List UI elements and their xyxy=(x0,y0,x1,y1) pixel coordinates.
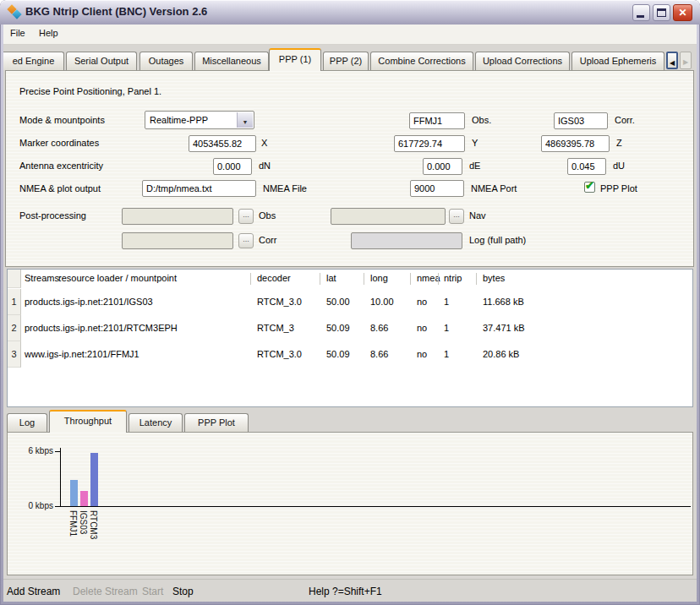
table-row-source[interactable]: products.igs-ip.net:2101/RTCM3EPH xyxy=(25,323,178,333)
check-icon: ✔ xyxy=(585,179,594,192)
streams-caption: Streams: xyxy=(25,273,62,283)
antenna-du-input[interactable] xyxy=(567,158,606,175)
browse-obs-button[interactable]: ... xyxy=(238,209,254,224)
x-label: X xyxy=(261,138,267,148)
table-row-decoder[interactable]: RTCM_3.0 xyxy=(257,297,302,307)
start-button[interactable]: Start xyxy=(142,586,163,597)
antenna-dn-input[interactable] xyxy=(213,158,252,175)
chart-bar-RTCM3 xyxy=(90,453,98,506)
add-stream-button[interactable]: Add Stream xyxy=(7,586,60,597)
table-row-long[interactable]: 8.66 xyxy=(370,349,388,359)
de-label: dE xyxy=(469,161,480,171)
throughput-chart-bars: FFMJ1IGS03RTCM3 xyxy=(60,448,686,549)
tab-scroll-left-button[interactable]: ◀ xyxy=(666,52,678,69)
tab-miscellaneous[interactable]: Miscellaneous xyxy=(194,52,269,70)
marker-x-input[interactable] xyxy=(189,135,256,152)
marker-z-input[interactable] xyxy=(541,135,610,152)
tab-feed-engine[interactable]: ed Engine xyxy=(3,52,64,70)
titlebar[interactable]: BKG Ntrip Client (BNC) Version 2.6 ✕ xyxy=(0,0,700,25)
col-header-long[interactable]: long xyxy=(370,273,388,283)
app-window: BKG Ntrip Client (BNC) Version 2.6 ✕ Fil… xyxy=(0,0,700,605)
tab-serial-output[interactable]: Serial Output xyxy=(66,52,137,70)
post-obs-input[interactable] xyxy=(122,208,233,225)
tab-ppp-2[interactable]: PPP (2) xyxy=(323,52,369,70)
antenna-de-input[interactable] xyxy=(423,158,462,175)
table-row-lat[interactable]: 50.09 xyxy=(326,349,350,359)
table-row-long[interactable]: 8.66 xyxy=(370,323,388,333)
delete-stream-button[interactable]: Delete Stream xyxy=(73,586,138,597)
marker-coordinates-label: Marker coordinates xyxy=(19,138,99,148)
browse-corr-button[interactable]: ... xyxy=(238,233,254,248)
combo-dropdown-button[interactable]: ▼ xyxy=(237,112,253,128)
chart-category-label: FFMJ1 xyxy=(68,510,78,537)
table-row-ntrip[interactable]: 1 xyxy=(444,349,449,359)
menu-file[interactable]: File xyxy=(10,28,25,38)
chart-bar-IGS03 xyxy=(80,491,88,506)
post-obs-label: Obs xyxy=(259,210,276,221)
table-row-lat[interactable]: 50.09 xyxy=(326,323,350,333)
table-row-ntrip[interactable]: 1 xyxy=(444,323,449,333)
table-row-nmea[interactable]: no xyxy=(417,297,427,307)
table-row-decoder[interactable]: RTCM_3 xyxy=(257,323,294,333)
maximize-button[interactable] xyxy=(653,4,670,21)
row-header[interactable]: 3 xyxy=(8,341,21,368)
ppp-plot-label: PPP Plot xyxy=(600,183,637,193)
row-header[interactable]: 2 xyxy=(8,315,21,341)
du-label: dU xyxy=(613,161,625,171)
post-nav-input[interactable] xyxy=(331,208,446,225)
col-header-mountpoint[interactable]: resource loader / mountpoint xyxy=(58,273,177,283)
nmea-port-input[interactable] xyxy=(410,180,464,197)
tab-latency[interactable]: Latency xyxy=(129,413,183,432)
table-row-lat[interactable]: 50.00 xyxy=(326,297,350,307)
tab-log[interactable]: Log xyxy=(7,413,47,432)
menu-help[interactable]: Help xyxy=(39,28,58,38)
corr-mountpoint-input[interactable] xyxy=(554,112,608,129)
tab-ppp-plot[interactable]: PPP Plot xyxy=(184,413,249,432)
ppp-plot-checkbox[interactable]: ✔ xyxy=(584,182,595,193)
table-row-nmea[interactable]: no xyxy=(417,349,427,359)
table-row-decoder[interactable]: RTCM_3.0 xyxy=(257,349,302,359)
stop-button[interactable]: Stop xyxy=(172,586,194,597)
close-button[interactable]: ✕ xyxy=(673,4,692,21)
tab-throughput[interactable]: Throughput xyxy=(49,410,127,433)
corr-label: Corr. xyxy=(615,115,635,125)
obs-mountpoint-input[interactable] xyxy=(409,112,465,129)
table-row-bytes[interactable]: 20.86 kB xyxy=(483,349,519,359)
tab-upload-corrections[interactable]: Upload Corrections xyxy=(475,52,570,70)
table-row-nmea[interactable]: no xyxy=(417,323,427,333)
tab-combine-corrections[interactable]: Combine Corrections xyxy=(370,52,473,70)
table-row-bytes[interactable]: 11.668 kB xyxy=(483,297,524,307)
throughput-chart: 6 kbps 0 kbps FFMJ1IGS03RTCM3 xyxy=(7,432,693,575)
browse-nav-button[interactable]: ... xyxy=(449,209,464,224)
maximize-icon xyxy=(657,8,666,17)
tab-ppp-1[interactable]: PPP (1) xyxy=(269,48,321,71)
post-log-input[interactable] xyxy=(351,232,462,249)
antenna-excentricity-label: Antenna excentricity xyxy=(19,161,103,171)
row-header[interactable]: 1 xyxy=(8,289,21,315)
action-bar: Add Stream Delete Stream Start Stop Help… xyxy=(3,579,697,602)
nmea-file-input[interactable] xyxy=(142,180,256,197)
tab-upload-ephemeris[interactable]: Upload Ephemeris xyxy=(571,52,664,70)
col-header-bytes[interactable]: bytes xyxy=(483,273,505,283)
tab-scroll-right-button[interactable]: ▶ xyxy=(680,52,692,69)
table-row-ntrip[interactable]: 1 xyxy=(444,297,449,307)
tab-outages[interactable]: Outages xyxy=(139,52,193,70)
table-row-bytes[interactable]: 37.471 kB xyxy=(483,323,525,333)
arrow-left-icon: ◀ xyxy=(670,59,675,67)
col-header-lat[interactable]: lat xyxy=(326,273,336,283)
mode-combobox[interactable]: Realtime-PPP ▼ xyxy=(145,111,254,129)
table-row-long[interactable]: 10.00 xyxy=(370,297,394,307)
col-header-nmea[interactable]: nmea xyxy=(417,273,440,283)
chart-category-label: IGS03 xyxy=(79,510,88,534)
table-row-source[interactable]: products.igs-ip.net:2101/IGS03 xyxy=(25,297,153,307)
minimize-button[interactable] xyxy=(632,4,650,21)
col-header-decoder[interactable]: decoder xyxy=(257,273,291,283)
marker-y-input[interactable] xyxy=(394,135,465,152)
help-shortcut-button[interactable]: Help ?=Shift+F1 xyxy=(309,586,382,597)
col-header-ntrip[interactable]: ntrip xyxy=(444,273,462,283)
post-corr-input[interactable] xyxy=(122,232,233,249)
table-row-source[interactable]: www.igs-ip.net:2101/FFMJ1 xyxy=(25,349,139,359)
mode-combobox-value: Realtime-PPP xyxy=(150,115,208,125)
post-nav-label: Nav xyxy=(469,210,486,221)
dn-label: dN xyxy=(259,161,271,171)
